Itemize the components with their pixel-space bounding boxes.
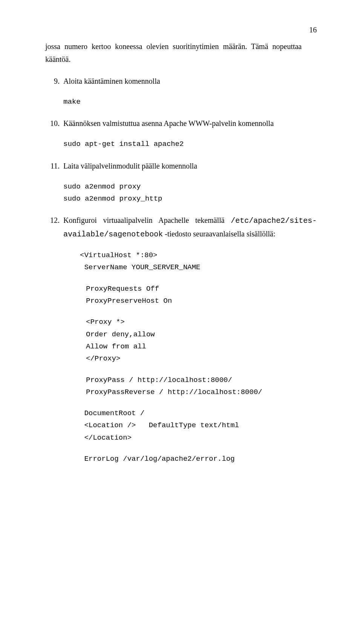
list-number: 10. [45, 117, 63, 130]
code-proxy-block: <Proxy *> Order deny,allow Allow from al… [86, 316, 317, 365]
list-text: Laita välipalvelinmodulit päälle komenno… [63, 159, 317, 172]
list-text: Käännöksen valmistuttua asenna Apache WW… [63, 117, 317, 130]
code-proxy-requests: ProxyRequests Off ProxyPreserveHost On [86, 283, 317, 307]
code-block-aptget: sudo apt-get install apache2 [63, 138, 317, 150]
list-item-9: 9. Aloita kääntäminen komennolla [45, 75, 317, 87]
text-run: -tiedosto seuraavanlaisella sisällöllä: [163, 230, 275, 238]
document-page: 16 jossa numero kertoo koneessa olevien … [0, 0, 362, 644]
list-text: Konfiguroi virtuaalipalvelin Apachelle t… [63, 214, 317, 241]
page-number: 16 [309, 26, 317, 34]
text-run: Konfiguroi virtuaalipalvelin Apachelle t… [63, 216, 231, 224]
list-text: Aloita kääntäminen komennolla [63, 75, 317, 87]
list-number: 11. [45, 159, 63, 172]
code-block-make: make [63, 96, 317, 108]
list-number: 9. [45, 75, 63, 87]
code-virtualhost-open: <VirtualHost *:80> [80, 249, 317, 261]
list-item-11: 11. Laita välipalvelinmodulit päälle kom… [45, 159, 317, 172]
code-documentroot: DocumentRoot / <Location /> DefaultType … [80, 407, 317, 444]
code-block-a2enmod: sudo a2enmod proxy sudo a2enmod proxy_ht… [63, 181, 317, 205]
list-item-10: 10. Käännöksen valmistuttua asenna Apach… [45, 117, 317, 130]
list-number: 12. [45, 214, 63, 241]
code-errorlog: ErrorLog /var/log/apache2/error.log [80, 453, 317, 465]
list-item-12: 12. Konfiguroi virtuaalipalvelin Apachel… [45, 214, 317, 241]
code-servername: ServerName YOUR_SERVER_NAME [80, 261, 317, 273]
code-proxypass: ProxyPass / http://localhost:8000/ Proxy… [86, 374, 317, 399]
paragraph-intro: jossa numero kertoo koneessa olevien suo… [45, 26, 317, 66]
